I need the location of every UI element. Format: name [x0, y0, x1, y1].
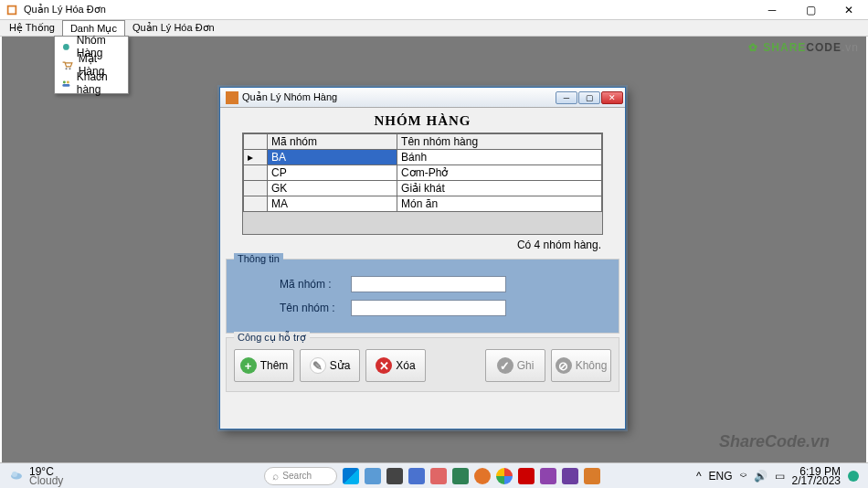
volume-icon[interactable]: 🔊	[754, 470, 767, 483]
taskbar-app-icon[interactable]	[452, 468, 469, 484]
window-maximize-button[interactable]: ▢	[791, 0, 830, 20]
menubar: Hệ Thống Danh Mục Quản Lý Hóa Đơn	[0, 20, 868, 37]
dialog-icon	[226, 91, 238, 104]
wifi-icon[interactable]: ⌔	[740, 470, 746, 483]
cell-ten-nhom[interactable]: Giải khát	[397, 181, 602, 196]
svg-rect-1	[9, 6, 16, 13]
svg-point-2	[63, 44, 69, 50]
taskbar-app-icon[interactable]	[408, 468, 425, 484]
taskbar-app-icon[interactable]	[496, 468, 513, 484]
taskbar-app-icon[interactable]	[365, 468, 381, 484]
taskbar-search[interactable]: ⌕ Search	[264, 467, 337, 485]
table-row[interactable]: GK Giải khát	[244, 181, 602, 196]
cell-ten-nhom[interactable]: Món ăn	[397, 196, 602, 212]
taskbar-weather-label: Cloudy	[29, 476, 63, 485]
column-header-ma-nhom[interactable]: Mã nhóm	[268, 134, 397, 150]
tag-icon	[61, 40, 71, 53]
taskbar-app-icon[interactable]	[386, 468, 403, 484]
sharecode-watermark: ShareCode.vn	[719, 432, 830, 451]
input-ma-nhom[interactable]	[351, 276, 506, 292]
menu-he-thong[interactable]: Hệ Thống	[2, 20, 62, 36]
menu-item-khach-hang[interactable]: Khách hàng	[56, 74, 127, 92]
window-minimize-button[interactable]: ─	[753, 0, 791, 20]
wrench-icon: ✎	[310, 357, 326, 374]
cell-ma-nhom[interactable]: BA	[268, 150, 397, 165]
cart-icon	[61, 58, 73, 71]
taskbar-date: 2/17/2023	[792, 476, 841, 485]
taskbar-app-icon[interactable]	[562, 468, 578, 484]
notification-icon[interactable]	[848, 471, 859, 482]
dialog-nhom-hang: Quản Lý Nhóm Hàng ─ ▢ ✕ NHÓM HÀNG Mã nhó…	[219, 87, 626, 430]
edit-button[interactable]: ✎ Sửa	[300, 349, 360, 382]
column-header-ten-nhom[interactable]: Tên nhóm hàng	[397, 134, 602, 150]
row-selector-header	[244, 134, 268, 150]
table-row[interactable]: ▸ BA Bánh	[244, 150, 602, 165]
data-grid[interactable]: Mã nhóm Tên nhóm hàng ▸ BA Bánh CP Cơm-P…	[242, 133, 603, 235]
input-ten-nhom[interactable]	[351, 300, 506, 316]
groupbox-title: Công cụ hỗ trợ	[234, 332, 310, 344]
search-icon: ⌕	[272, 470, 279, 483]
table-row[interactable]: MA Món ăn	[244, 196, 602, 212]
svg-rect-8	[226, 91, 238, 104]
taskbar-tray: ^ ENG ⌔ 🔊 ▭ 6:19 PM 2/17/2023	[696, 467, 868, 485]
taskbar-clock[interactable]: 6:19 PM 2/17/2023	[792, 467, 841, 485]
main-window: Quản Lý Hóa Đơn ─ ▢ ✕ Hệ Thống Danh Mục …	[0, 0, 868, 488]
row-count-label: Có 4 nhóm hàng.	[220, 235, 625, 255]
delete-button[interactable]: ✕ Xóa	[365, 349, 426, 382]
taskbar-app-icon[interactable]	[474, 468, 491, 484]
titlebar: Quản Lý Hóa Đơn ─ ▢ ✕	[0, 0, 868, 20]
dialog-title: Quản Lý Nhóm Hàng	[242, 91, 556, 103]
users-icon	[61, 77, 71, 90]
taskbar-weather[interactable]: 19°C Cloudy	[0, 467, 63, 485]
groupbox-thong-tin: Thông tin Mã nhóm : Tên nhóm :	[226, 259, 619, 334]
start-button[interactable]	[343, 468, 359, 484]
taskbar-app-icon[interactable]	[430, 468, 447, 484]
cell-ma-nhom[interactable]: MA	[268, 196, 397, 212]
taskbar-app-icon[interactable]	[540, 468, 556, 484]
window-close-button[interactable]: ✕	[830, 0, 868, 20]
sharecode-logo: ✿ SHARECODE.vn	[748, 38, 859, 55]
groupbox-title: Thông tin	[234, 253, 283, 264]
svg-point-4	[69, 68, 70, 69]
taskbar-app-icon[interactable]	[518, 468, 535, 484]
cell-ten-nhom[interactable]: Cơm-Phở	[397, 165, 602, 181]
svg-point-10	[12, 472, 17, 477]
taskbar: 19°C Cloudy ⌕ Search ^ ENG ⌔ 🔊	[0, 462, 868, 488]
block-icon: ⊘	[556, 357, 572, 374]
battery-icon[interactable]: ▭	[775, 470, 785, 483]
dialog-minimize-button[interactable]: ─	[556, 91, 577, 104]
search-placeholder: Search	[282, 471, 312, 481]
add-button[interactable]: + Thêm	[234, 349, 294, 382]
menu-danh-muc-dropdown: Nhóm Hàng Mặt Hàng Khách hàng	[54, 36, 129, 94]
label-ma-nhom: Mã nhóm :	[280, 278, 351, 291]
label-ten-nhom: Tên nhóm :	[280, 302, 351, 314]
check-icon: ✓	[497, 357, 513, 374]
svg-point-6	[67, 80, 69, 83]
save-button[interactable]: ✓ Ghi	[485, 349, 545, 382]
dialog-maximize-button[interactable]: ▢	[578, 91, 600, 104]
menu-item-label: Khách hàng	[77, 70, 122, 96]
svg-point-5	[63, 80, 66, 83]
dialog-titlebar: Quản Lý Nhóm Hàng ─ ▢ ✕	[220, 88, 625, 108]
dialog-close-button[interactable]: ✕	[601, 91, 623, 104]
svg-rect-7	[62, 84, 69, 87]
cloud-icon	[9, 467, 24, 484]
menu-danh-muc[interactable]: Danh Mục	[62, 20, 125, 36]
tray-language[interactable]: ENG	[709, 470, 733, 483]
x-icon: ✕	[376, 357, 392, 374]
table-row[interactable]: CP Cơm-Phở	[244, 165, 602, 181]
cell-ten-nhom[interactable]: Bánh	[397, 150, 602, 165]
groupbox-cong-cu: Công cụ hỗ trợ + Thêm ✎ Sửa ✕ Xóa ✓ Ghi	[226, 337, 619, 392]
mdi-client-area: ✿ SHARECODE.vn ShareCode.vn Quản Lý Nhóm…	[2, 37, 866, 462]
cell-ma-nhom[interactable]: GK	[268, 181, 397, 196]
row-indicator-icon: ▸	[244, 150, 268, 165]
taskbar-pinned-apps	[343, 468, 600, 484]
svg-point-3	[66, 68, 68, 69]
window-title: Quản Lý Hóa Đơn	[24, 4, 753, 16]
menu-quan-ly-hoa-don[interactable]: Quản Lý Hóa Đơn	[125, 20, 222, 36]
app-icon	[5, 4, 18, 16]
cancel-button[interactable]: ⊘ Không	[551, 349, 611, 382]
cell-ma-nhom[interactable]: CP	[268, 165, 397, 181]
taskbar-app-icon[interactable]	[584, 468, 600, 484]
tray-chevron-icon[interactable]: ^	[696, 470, 702, 483]
